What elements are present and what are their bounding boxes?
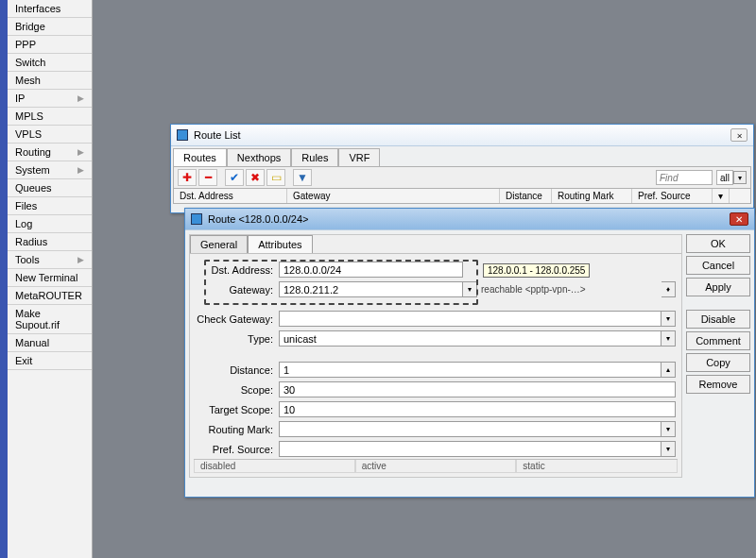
menu-item-switch[interactable]: Switch <box>8 54 92 72</box>
target-scope-input[interactable]: 10 <box>279 401 676 417</box>
menu-item-label: Queues <box>15 182 52 194</box>
disable-button[interactable]: ✖ <box>246 169 265 186</box>
filter-combo-dd[interactable]: ▾ <box>733 171 747 184</box>
route-edit-actions: OK Cancel Apply Disable Comment Copy Rem… <box>686 234 750 478</box>
tab-routes[interactable]: Routes <box>173 148 227 166</box>
tab-nexthops[interactable]: Nexthops <box>227 148 291 166</box>
menu-item-label: IP <box>15 93 25 104</box>
column-routing-mark[interactable]: Routing Mark <box>552 189 632 203</box>
tab-vrf[interactable]: VRF <box>338 148 380 166</box>
column-gateway[interactable]: Gateway <box>287 189 500 203</box>
apply-button[interactable]: Apply <box>686 278 750 296</box>
menu-item-new-terminal[interactable]: New Terminal <box>8 269 92 287</box>
copy-button[interactable]: Copy <box>686 353 750 372</box>
menu-item-system[interactable]: System▶ <box>8 161 92 179</box>
tab-rules[interactable]: Rules <box>291 148 338 166</box>
menu-item-make-supout-rif[interactable]: Make Supout.rif <box>8 305 92 334</box>
filter-combo-label: all <box>720 173 730 183</box>
gateway-spin[interactable]: ♦ <box>662 281 676 297</box>
route-edit-statusbar: disabled active static <box>194 459 678 473</box>
menu-item-queues[interactable]: Queues <box>8 179 92 197</box>
menu-item-label: Switch <box>15 57 45 68</box>
remove-button[interactable]: Remove <box>686 375 750 394</box>
type-label: Type: <box>196 333 279 345</box>
menu-item-label: Exit <box>15 355 32 366</box>
remove-button[interactable]: ━ <box>198 169 217 186</box>
menu-item-interfaces[interactable]: Interfaces <box>8 0 92 18</box>
window-icon <box>191 213 202 225</box>
column-distance[interactable]: Distance <box>500 189 552 203</box>
check-gateway-dd[interactable]: ▾ <box>662 311 676 327</box>
route-edit-tabs: General Attributes <box>190 235 681 253</box>
comment-button[interactable]: Comment <box>686 331 750 350</box>
menu-item-vpls[interactable]: VPLS <box>8 126 92 144</box>
filter-combo[interactable]: all <box>716 170 733 185</box>
pref-source-label: Pref. Source: <box>196 444 279 455</box>
route-list-tabs: RoutesNexthopsRulesVRF <box>171 146 753 166</box>
menu-item-label: Log <box>15 218 32 229</box>
menu-items: InterfacesBridgePPPSwitchMeshIP▶MPLSVPLS… <box>8 0 92 370</box>
close-button[interactable]: ✕ <box>730 212 748 226</box>
pref-source-dd[interactable]: ▾ <box>662 441 676 457</box>
menu-item-label: Bridge <box>15 21 45 32</box>
check-gateway-input[interactable] <box>279 311 662 327</box>
routing-mark-dd[interactable]: ▾ <box>662 421 676 437</box>
menu-item-manual[interactable]: Manual <box>8 334 92 352</box>
submenu-arrow-icon: ▶ <box>77 93 84 103</box>
route-list-window: Route List ⨉ RoutesNexthopsRulesVRF ✚ ━ … <box>170 124 754 213</box>
route-edit-window: Route <128.0.0.0/24> ✕ General Attribute… <box>184 208 755 498</box>
column-dst-address[interactable]: Dst. Address <box>174 189 287 203</box>
target-scope-label: Target Scope: <box>196 404 279 415</box>
comment-button[interactable]: ▭ <box>266 169 285 186</box>
distance-input[interactable]: 1 <box>279 362 662 378</box>
menu-item-label: Files <box>15 200 37 211</box>
add-button[interactable]: ✚ <box>178 169 197 186</box>
columns-dd-icon[interactable]: ▾ <box>713 189 730 203</box>
find-input[interactable] <box>656 170 713 185</box>
disable-button[interactable]: Disable <box>686 310 750 329</box>
column-pref-source[interactable]: Pref. Source <box>632 189 713 203</box>
scope-input[interactable]: 30 <box>279 381 676 397</box>
cancel-button[interactable]: Cancel <box>686 256 750 275</box>
menu-item-mpls[interactable]: MPLS <box>8 108 92 126</box>
menu-item-bridge[interactable]: Bridge <box>8 18 92 36</box>
status-disabled: disabled <box>194 460 355 473</box>
highlighted-fields-box <box>204 260 478 305</box>
dst-address-tooltip: 128.0.0.1 - 128.0.0.255 <box>483 263 590 278</box>
menu-item-mesh[interactable]: Mesh <box>8 72 92 90</box>
type-input[interactable]: unicast <box>279 330 662 347</box>
menu-accent-bar <box>0 0 8 558</box>
menu-item-label: Interfaces <box>15 3 60 14</box>
tab-general[interactable]: General <box>190 235 248 253</box>
menu-item-tools[interactable]: Tools▶ <box>8 251 92 269</box>
filter-button[interactable]: ▼ <box>293 169 312 186</box>
route-edit-titlebar[interactable]: Route <128.0.0.0/24> ✕ <box>185 209 754 230</box>
type-dd[interactable]: ▾ <box>662 330 676 347</box>
menu-item-radius[interactable]: Radius <box>8 233 92 251</box>
menu-item-label: Make Supout.rif <box>15 308 84 330</box>
menu-item-ppp[interactable]: PPP <box>8 36 92 54</box>
gateway-status: reachable <pptp-vpn-…> <box>481 284 586 295</box>
menu-item-files[interactable]: Files <box>8 197 92 215</box>
menu-item-label: System <box>15 164 50 176</box>
tab-attributes[interactable]: Attributes <box>248 235 312 253</box>
ok-button[interactable]: OK <box>686 234 750 253</box>
close-button[interactable]: ⨉ <box>730 128 747 142</box>
menu-item-ip[interactable]: IP▶ <box>8 90 92 108</box>
submenu-arrow-icon: ▶ <box>77 165 84 175</box>
menu-item-metarouter[interactable]: MetaROUTER <box>8 287 92 305</box>
menu-item-label: Mesh <box>15 75 41 86</box>
menu-item-routing[interactable]: Routing▶ <box>8 144 92 161</box>
pref-source-input[interactable] <box>279 441 662 457</box>
routing-mark-input[interactable] <box>279 421 662 437</box>
route-list-titlebar[interactable]: Route List ⨉ <box>171 125 753 146</box>
menu-item-log[interactable]: Log <box>8 215 92 233</box>
menu-item-label: Tools <box>15 254 40 265</box>
menu-item-label: Radius <box>15 236 47 247</box>
menu-item-exit[interactable]: Exit <box>8 352 92 370</box>
route-list-title: Route List <box>194 129 241 141</box>
distance-dd[interactable]: ▴ <box>662 362 676 378</box>
enable-button[interactable]: ✔ <box>225 169 244 186</box>
route-edit-title: Route <128.0.0.0/24> <box>208 213 308 225</box>
status-static: static <box>516 460 678 473</box>
